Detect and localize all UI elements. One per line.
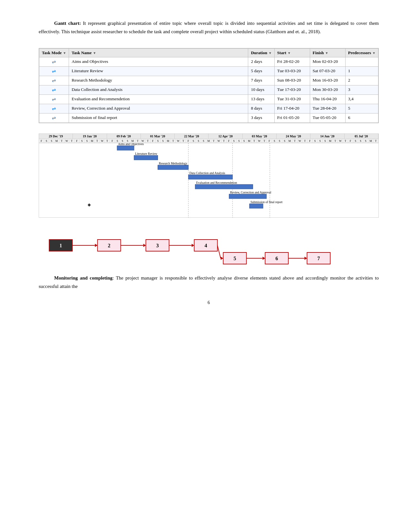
sort-arrow-start[interactable]: ▼	[288, 51, 291, 55]
finish-cell: Sat 07-03-20	[310, 67, 345, 76]
task-mode-cell: ⇌	[39, 95, 69, 104]
col-finish[interactable]: Finish ▼	[310, 49, 345, 57]
sort-arrow-name[interactable]: ▼	[93, 51, 96, 55]
col-duration[interactable]: Duration ▼	[248, 49, 274, 57]
finish-cell: Tue 05-05-20	[310, 113, 345, 123]
table-row: ⇌ Evaluation and Recommendetion 13 days …	[39, 95, 378, 104]
task-name-cell: Review, Correction and Approval	[69, 104, 248, 113]
gantt-day-header: M	[90, 139, 95, 143]
table-row: ⇌ Review, Correction and Approval 8 days…	[39, 104, 378, 113]
gantt-label: Gantt chart:	[54, 21, 83, 26]
gantt-day-header: F	[74, 139, 80, 143]
gantt-day-header: F	[186, 139, 191, 143]
gantt-bar-label: Research Methodology	[159, 162, 188, 165]
gantt-bar	[117, 146, 134, 150]
col-task-mode[interactable]: Task Mode ▼	[39, 49, 69, 57]
monitoring-paragraph: Monitoring and completing: The project m…	[39, 274, 379, 291]
sort-arrow-finish[interactable]: ▼	[325, 51, 328, 55]
task-mode-cell: ⇌	[39, 57, 69, 67]
sort-arrow-duration[interactable]: ▼	[269, 51, 272, 55]
network-arrowhead	[143, 244, 146, 247]
gantt-day-header: S	[156, 139, 161, 143]
pred-cell	[345, 57, 378, 67]
gantt-day-header: W	[298, 139, 303, 143]
network-box-label: 5	[234, 256, 236, 261]
gantt-day-header: F	[110, 139, 115, 143]
gantt-day-header: F	[348, 139, 353, 143]
gantt-day-header: M	[328, 139, 333, 143]
gantt-bar-label: Review, Correction and Approval	[230, 191, 271, 194]
gantt-bar	[250, 204, 263, 208]
pred-cell: 3	[345, 85, 378, 95]
network-box-label: 3	[156, 243, 159, 248]
pred-cell: 3,4	[345, 95, 378, 104]
gantt-week-header: 19 Jan '20	[73, 134, 107, 139]
gantt-day-header: F	[151, 139, 156, 143]
gantt-day-header: S	[201, 139, 206, 143]
start-cell: Fri 28-02-20	[274, 57, 310, 67]
col-predecessors[interactable]: Predecessors ▼	[345, 49, 378, 57]
gantt-day-header: W	[216, 139, 221, 143]
gantt-week-header: 05 Jul '20	[345, 134, 378, 139]
page-number: 6	[39, 300, 379, 305]
gantt-week-header: 01 Mar '20	[141, 134, 175, 139]
gantt-day-header: S	[120, 139, 125, 143]
gantt-bar-label: Evaluation and Recommendetion	[196, 181, 237, 184]
sort-arrow-mode[interactable]: ▼	[63, 51, 66, 55]
monitoring-label: Monitoring and completing	[54, 275, 113, 281]
gantt-day-header: M	[166, 139, 171, 143]
network-arrowhead	[95, 244, 98, 247]
gantt-day-header: W	[64, 139, 70, 143]
col-task-name[interactable]: Task Name ▼	[69, 49, 248, 57]
gantt-day-header: F	[267, 139, 272, 143]
gantt-day-header: M	[206, 139, 211, 143]
duration-cell: 13 days	[248, 95, 274, 104]
gantt-week-header: 22 Mar '20	[175, 134, 209, 139]
gantt-bar-label: Data Collection and Analysis	[189, 172, 225, 175]
task-name-cell: Aims and Objectives	[69, 57, 248, 67]
gantt-day-header: S	[44, 139, 49, 143]
intro-paragraph: Gantt chart: It represent graphical pres…	[39, 19, 379, 36]
task-mode-icon: ⇌	[52, 78, 56, 84]
gantt-day-header: T	[95, 139, 100, 143]
gantt-day-header: T	[302, 139, 308, 143]
gantt-day-header: S	[231, 139, 237, 143]
gantt-day-header: T	[59, 139, 64, 143]
gantt-day-header: T	[69, 139, 74, 143]
gantt-table: Task Mode ▼ Task Name ▼ Duration ▼	[39, 48, 378, 123]
gantt-day-header: S	[358, 139, 363, 143]
duration-cell: 8 days	[248, 104, 274, 113]
duration-cell: 5 days	[248, 67, 274, 76]
gantt-week-header: 12 Apr '20	[209, 134, 242, 139]
gantt-day-header: S	[196, 139, 201, 143]
network-arrowhead	[305, 257, 307, 260]
gantt-day-header: S	[237, 139, 242, 143]
finish-cell: Mon 16-03-20	[310, 76, 345, 85]
start-cell: Tue 17-03-20	[274, 85, 310, 95]
network-arrowhead	[221, 257, 223, 260]
gantt-day-header: S	[49, 139, 54, 143]
task-mode-icon: ⇌	[52, 59, 56, 65]
gantt-day-header: S	[313, 139, 318, 143]
pred-cell: 1	[345, 67, 378, 76]
col-start[interactable]: Start ▼	[274, 49, 310, 57]
gantt-day-header: S	[323, 139, 328, 143]
task-name-cell: Literature Review	[69, 67, 248, 76]
duration-cell: 2 days	[248, 57, 274, 67]
gantt-day-header: W	[257, 139, 262, 143]
sort-arrow-pred[interactable]: ▼	[372, 51, 376, 55]
gantt-day-header: F	[308, 139, 313, 143]
pred-cell: 6	[345, 113, 378, 123]
gantt-tbody: ⇌ Aims and Objectives 2 days Fri 28-02-2…	[39, 57, 378, 123]
network-diagram: 1234567	[39, 224, 379, 268]
gantt-day-header: S	[115, 139, 120, 143]
gantt-header-days: FSSMTWTFSSMTWTFSSSMTWTFSSMTWTFSSSMTWTFSS…	[39, 139, 378, 143]
task-name-cell: Evaluation and Recommendetion	[69, 95, 248, 104]
task-mode-icon: ⇌	[52, 115, 56, 121]
start-cell: Tue 31-03-20	[274, 95, 310, 104]
gantt-day-header: T	[333, 139, 338, 143]
gantt-day-header: S	[318, 139, 323, 143]
network-arrowhead	[263, 257, 265, 260]
gantt-day-header: T	[145, 139, 151, 143]
pred-cell: 2	[345, 76, 378, 85]
